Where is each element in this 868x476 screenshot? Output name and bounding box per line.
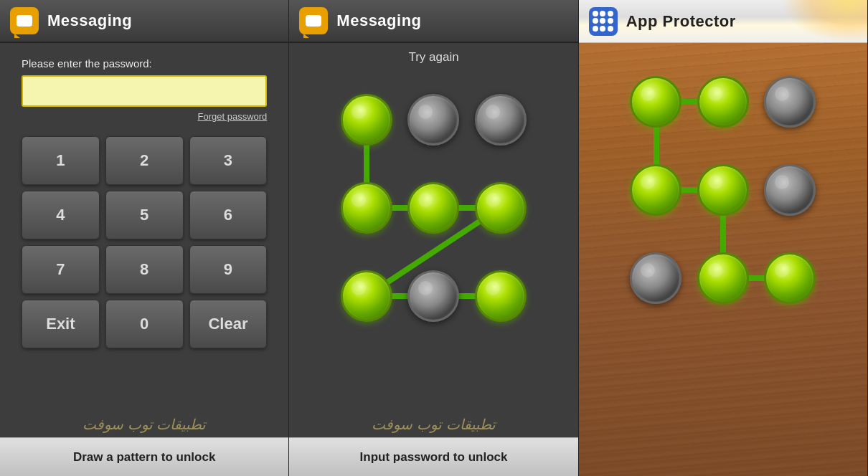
key-3[interactable]: 3: [189, 136, 268, 185]
dot3-8: [764, 252, 816, 304]
dot-cell-6: [333, 252, 400, 341]
dot3-cell-6: [623, 234, 689, 323]
dot-cell-5: [467, 163, 534, 252]
key-7[interactable]: 7: [22, 245, 100, 294]
panel2-title: Messaging: [336, 11, 421, 30]
dot3-cell-8: [756, 234, 823, 323]
message-bubble: [16, 15, 32, 27]
dot3-cell-2: [756, 57, 823, 146]
dot3-cell-4: [689, 146, 756, 234]
key-exit[interactable]: Exit: [22, 300, 100, 348]
dot3-5: [764, 164, 816, 216]
panel1-content: Please enter the password: Forget passwo…: [0, 43, 288, 409]
dot3-1: [697, 76, 749, 128]
dot3-cell-0: [623, 57, 689, 146]
key-9[interactable]: 9: [189, 245, 268, 294]
key-1[interactable]: 1: [22, 136, 100, 185]
dot-4: [407, 182, 459, 234]
forget-password-link[interactable]: Forget password: [22, 111, 267, 122]
password-label: Please enter the password:: [22, 57, 267, 70]
message-bubble-2: [306, 15, 321, 27]
password-input[interactable]: [22, 75, 267, 107]
dot3-cell-7: [689, 234, 756, 323]
messaging-icon: [10, 7, 39, 34]
dot-6: [341, 270, 392, 322]
key-8[interactable]: 8: [105, 245, 184, 294]
dot-2: [475, 94, 527, 146]
messaging-icon-2: [299, 7, 328, 34]
dots-grid-3: [623, 57, 824, 323]
dot-cell-2: [467, 75, 534, 163]
dot-cell-8: [467, 252, 534, 341]
dot-1: [407, 94, 459, 146]
panel1-header: Messaging: [0, 0, 288, 43]
dot3-2: [764, 76, 816, 128]
pattern-grid-2: [333, 75, 534, 341]
try-again-text: Try again: [408, 50, 458, 65]
dot3-0: [630, 76, 681, 128]
dot-cell-1: [400, 75, 467, 163]
key-6[interactable]: 6: [189, 191, 268, 239]
key-clear[interactable]: Clear: [189, 300, 268, 348]
sun-glow: [781, 0, 867, 43]
key-5[interactable]: 5: [105, 191, 184, 239]
dot-8: [475, 270, 527, 322]
dot3-3: [630, 164, 681, 216]
numeric-keypad: 1 2 3 4 5 6 7 8 9 Exit 0 Clear: [22, 136, 267, 348]
panel3-content: [579, 43, 867, 409]
dot-5: [475, 182, 527, 234]
dot-7: [407, 270, 459, 322]
key-2[interactable]: 2: [105, 136, 184, 185]
panel-pattern-dark: Messaging Try again: [289, 0, 578, 476]
input-password-button-2[interactable]: Input password to unlock: [289, 437, 577, 476]
panel3-header: App Protector: [579, 0, 867, 43]
dot3-6: [630, 252, 681, 304]
dot-3: [341, 182, 392, 234]
panel2-content: Try again: [289, 43, 577, 409]
dot-cell-7: [400, 252, 467, 341]
dot3-7: [697, 252, 749, 304]
draw-pattern-button[interactable]: Draw a pattern to unlock: [0, 437, 288, 476]
panel3-title: App Protector: [626, 12, 736, 31]
dot3-cell-1: [689, 57, 756, 146]
dot3-cell-5: [756, 146, 823, 234]
pattern-grid-3: [623, 57, 824, 323]
panel2-header: Messaging: [289, 0, 577, 43]
dot3-cell-3: [623, 146, 689, 234]
key-4[interactable]: 4: [22, 191, 100, 239]
dot-cell-0: [333, 75, 400, 163]
key-0[interactable]: 0: [105, 300, 184, 348]
dot-0: [341, 94, 392, 146]
panel1-title: Messaging: [47, 11, 132, 30]
app-protector-icon: [589, 7, 618, 36]
panel-app-protector: App Protector: [579, 0, 868, 476]
dots-grid-2: [333, 75, 534, 341]
dot-cell-3: [333, 163, 400, 252]
arabic-watermark-1: تطبيقات توب سوفت: [0, 409, 288, 437]
arabic-watermark-2: تطبيقات توب سوفت: [289, 409, 577, 437]
panel-numeric-keypad: Messaging Please enter the password: For…: [0, 0, 289, 476]
dot3-4: [697, 164, 749, 216]
dot-cell-4: [400, 163, 467, 252]
